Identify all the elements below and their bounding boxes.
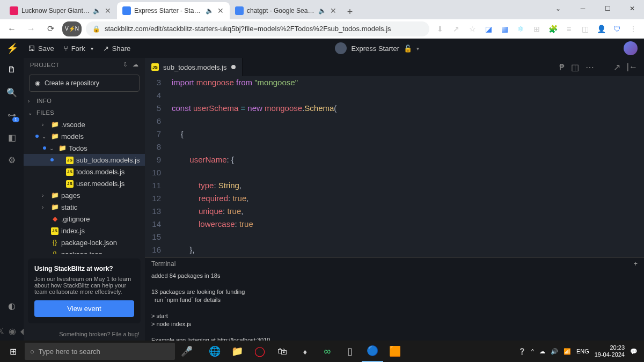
cloud-tray-icon[interactable]: ☁ <box>539 348 545 355</box>
store-icon[interactable]: 🛍 <box>272 341 293 362</box>
chrome-active-icon[interactable]: 🔵 <box>362 341 383 362</box>
twitter-icon[interactable]: 𝕏 <box>0 326 4 336</box>
browser-tab-2[interactable]: chatgpt - Google Search🔈✕ <box>230 2 342 19</box>
terminal-label[interactable]: Terminal <box>151 260 175 268</box>
file-bug-link[interactable]: Something broken? File a bug! <box>59 331 140 337</box>
browser-toolbar: ← → ⟳ V⚡N 🔒 stackblitz.com/edit/stackbli… <box>0 19 644 39</box>
taskbar-search[interactable]: ○ Type here to search <box>25 343 175 360</box>
volume-tray-icon[interactable]: 🔊 <box>551 348 558 355</box>
browser-tab-0[interactable]: Lucknow Super Giants Vs Ch🔈✕ <box>4 2 117 19</box>
js-file-icon: JS <box>151 63 159 71</box>
bookmark-icon[interactable]: ☆ <box>466 23 479 35</box>
stackblitz-logo-icon[interactable]: ⚡ <box>6 42 18 54</box>
address-bar[interactable]: 🔒 stackblitz.com/edit/stackblitz-starter… <box>86 21 429 36</box>
folder-static[interactable]: ›📁static <box>24 201 145 213</box>
folder--vscode[interactable]: ›📁.vscode <box>24 119 145 130</box>
file-package-lock-json[interactable]: {}package-lock.json <box>24 237 145 248</box>
close-tab-icon[interactable]: ✕ <box>330 7 337 14</box>
project-section-header: PROJECT ⇩☁ <box>24 58 145 71</box>
reload-button[interactable]: ⟳ <box>43 21 58 36</box>
new-tab-button[interactable]: + <box>342 4 357 19</box>
github-icon[interactable]: ◉ <box>9 326 16 336</box>
shield-icon[interactable]: 🛡 <box>611 23 624 35</box>
lock-open-icon[interactable]: 🔓 <box>404 45 412 53</box>
infinity-icon[interactable]: ∞ <box>317 341 338 362</box>
lock-icon: 🔒 <box>92 25 100 33</box>
editor-tab-active[interactable]: JS sub_todos.models.js <box>145 58 243 76</box>
notifications-icon[interactable]: 💬 <box>630 348 638 355</box>
start-button[interactable]: ⊞ <box>2 341 24 362</box>
window-close[interactable]: ✕ <box>620 0 644 17</box>
format-icon[interactable]: ₱ <box>559 62 565 72</box>
file--gitignore[interactable]: ◆.gitignore <box>24 213 145 225</box>
reading-list-icon[interactable]: ≡ <box>562 23 575 35</box>
settings-icon[interactable]: ⚙ <box>5 153 18 166</box>
project-owner-avatar[interactable] <box>335 42 347 54</box>
window-dropdown[interactable]: ⌄ <box>546 0 570 17</box>
split-editor-icon[interactable]: ◫ <box>571 62 579 72</box>
chevron-down-icon[interactable]: ▾ <box>416 46 419 51</box>
react-devtools-icon[interactable]: ⚛ <box>514 23 527 35</box>
back-button[interactable]: ← <box>4 21 19 36</box>
opera-icon[interactable]: ◯ <box>249 341 270 362</box>
browser-tab-1[interactable]: Express Starter - StackBlitz🔈✕ <box>117 2 230 19</box>
ports-icon[interactable]: ⊶1 <box>5 108 18 121</box>
help-tray-icon[interactable]: ❔ <box>518 348 526 355</box>
extensions-icon[interactable]: 🧩 <box>546 23 559 35</box>
create-repository-button[interactable]: ◉ Create a repository <box>29 75 140 92</box>
share-button[interactable]: ↗Share <box>103 45 131 53</box>
app-9-icon[interactable]: 🟧 <box>384 341 406 362</box>
clock[interactable]: 20:23 19-04-2024 <box>595 344 625 358</box>
new-terminal-icon[interactable]: + <box>634 260 638 268</box>
folder-Todos[interactable]: ⌄📁Todos <box>24 142 145 154</box>
tray-expand-icon[interactable]: ^ <box>531 348 534 354</box>
file-package-json[interactable]: {}package.json <box>24 248 145 254</box>
app-7-icon[interactable]: ▯ <box>339 341 361 362</box>
ext-1-icon[interactable]: ◪ <box>482 23 495 35</box>
file-explorer-icon[interactable]: 📁 <box>226 341 248 362</box>
fork-button[interactable]: ⑂Fork▾ <box>64 45 93 53</box>
search-icon[interactable]: 🔍 <box>5 86 18 99</box>
window-maximize[interactable]: ☐ <box>596 0 619 17</box>
info-section-toggle[interactable]: ›INFO <box>24 95 145 107</box>
collapse-icon[interactable]: |← <box>627 62 638 72</box>
side-panel-icon[interactable]: ◫ <box>579 23 591 35</box>
view-event-button[interactable]: View event <box>34 300 134 317</box>
promo-card: Using StackBlitz at work? Join our lives… <box>28 258 141 323</box>
more-actions-icon[interactable]: ⋯ <box>586 62 594 72</box>
close-tab-icon[interactable]: ✕ <box>217 7 224 14</box>
vpn-badge[interactable]: V⚡N <box>62 21 82 36</box>
ext-4-icon[interactable]: ⊞ <box>530 23 543 35</box>
ext-2-icon[interactable]: ▦ <box>498 23 511 35</box>
folder-models[interactable]: ⌄📁models <box>24 130 145 142</box>
file-index-js[interactable]: JSindex.js <box>24 225 145 237</box>
open-new-icon[interactable]: ↗ <box>613 62 620 72</box>
folder-pages[interactable]: ›📁pages <box>24 189 145 201</box>
save-button[interactable]: 🖫Save <box>28 45 54 53</box>
user-avatar[interactable] <box>624 41 638 55</box>
menu-icon[interactable]: ⋮ <box>627 23 640 35</box>
share-icon[interactable]: ↗ <box>450 23 463 35</box>
close-tab-icon[interactable]: ✕ <box>104 7 112 14</box>
dropbox-icon[interactable]: ⬧ <box>294 341 316 362</box>
wifi-tray-icon[interactable]: 📶 <box>564 348 571 355</box>
window-minimize[interactable]: ─ <box>571 0 595 17</box>
forward-button[interactable]: → <box>24 21 39 36</box>
language-indicator[interactable]: ENG <box>576 348 589 354</box>
edge-icon[interactable]: 🌐 <box>204 341 225 362</box>
project-title[interactable]: Express Starter <box>351 45 399 53</box>
firebase-icon[interactable]: ◧ <box>5 131 18 144</box>
file-todos-models-js[interactable]: JStodos.models.js <box>24 166 145 178</box>
files-section-toggle[interactable]: ⌄FILES <box>24 107 145 119</box>
file-sub_todos-models-js[interactable]: JSsub_todos.models.js <box>24 154 145 166</box>
file-user-meodels-js[interactable]: JSuser.meodels.js <box>24 178 145 189</box>
mic-icon[interactable]: 🎤 <box>176 341 197 362</box>
download-icon[interactable]: ⇩ <box>123 61 128 68</box>
profile-icon[interactable]: 👤 <box>595 23 608 35</box>
code-editor[interactable]: 345678910111213141516 import mongoose fr… <box>145 76 644 257</box>
theme-toggle-icon[interactable]: ◐ <box>5 299 18 312</box>
cloud-icon[interactable]: ☁ <box>133 61 139 68</box>
terminal-output[interactable]: added 84 packages in 18s 13 packages are… <box>145 270 644 341</box>
explorer-icon[interactable]: 🗎 <box>5 63 18 76</box>
install-icon[interactable]: ⬇ <box>434 23 447 35</box>
